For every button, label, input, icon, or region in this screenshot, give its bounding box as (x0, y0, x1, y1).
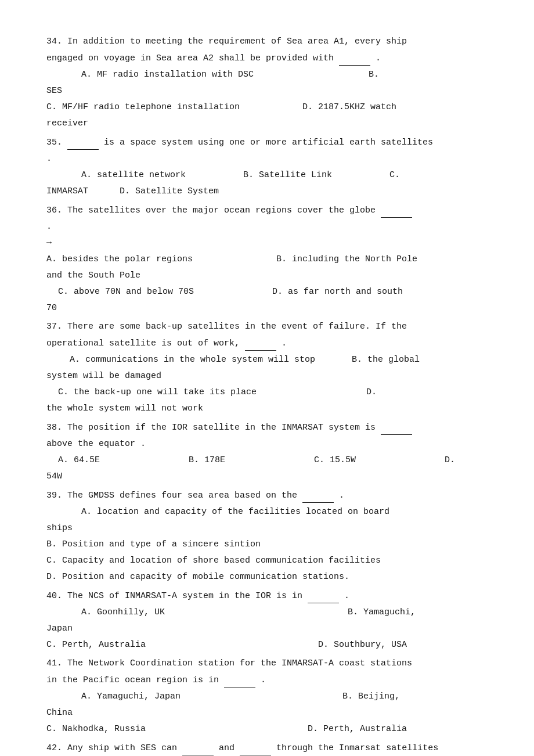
q36-opt-d: 70 (46, 301, 488, 315)
q37-opt-b: system will be damaged (46, 369, 488, 383)
q37-opt-d: the whole system will not work (46, 402, 488, 416)
q39-opt-c: C. Capacity and location of shore based … (46, 554, 488, 568)
q35-opts: A. satellite network B. Satellite Link C… (46, 168, 488, 182)
q39-opt-d: D. Position and capacity of mobile commu… (46, 570, 488, 584)
q34-opt-a: A. MF radio installation with DSC B. (46, 68, 488, 82)
q34-text: 34. In addition to meeting the requireme… (46, 35, 488, 49)
q37-opt-a: A. communications in the whole system wi… (46, 353, 488, 367)
q37-text2: operational satellite is out of work, . (46, 336, 488, 351)
q40-text: 40. The NCS of INMARSAT-A system in the … (46, 589, 488, 603)
q40-opt-a: A. Goonhilly, UK B. Yamaguchi, (46, 606, 488, 620)
question-36: 36. The satellites over the major ocean … (46, 203, 488, 315)
q39-opt-a2: ships (46, 521, 488, 535)
q38-opts: A. 64.5E B. 178E C. 15.5W D. (46, 453, 488, 467)
q38-text: 38. The position if the IOR satellite in… (46, 420, 488, 435)
q37-opt-c: C. the back-up one will take its place D… (46, 386, 488, 399)
q38-text2: above the equator . (46, 437, 488, 451)
q35-text2: . (46, 152, 488, 166)
q34-opt-b: SES (46, 84, 488, 98)
q41-blank (224, 673, 255, 687)
question-40: 40. The NCS of INMARSAT-A system in the … (46, 589, 488, 652)
q40-opt-c: C. Perth, Australia D. Southbury, USA (46, 638, 488, 652)
question-34: 34. In addition to meeting the requireme… (46, 35, 488, 131)
question-37: 37. There are some back-up satellites in… (46, 320, 488, 416)
q36-text2: . (46, 220, 488, 234)
q41-text2: in the Pacific ocean region is in . (46, 673, 488, 687)
q36-text: 36. The satellites over the major ocean … (46, 203, 488, 218)
q34-opt-d: receiver (46, 117, 488, 131)
q41-opt-c: C. Nakhodka, Russia D. Perth, Australia (46, 722, 488, 736)
q39-text: 39. The GMDSS defines four sea area base… (46, 488, 488, 503)
q40-opt-b: Japan (46, 622, 488, 636)
q38-blank (381, 420, 412, 435)
q37-text: 37. There are some back-up satellites in… (46, 320, 488, 334)
q39-opt-a: A. location and capacity of the faciliti… (46, 505, 488, 519)
q40-blank (308, 589, 339, 603)
q36-opt-a: A. besides the polar regions B. includin… (46, 253, 488, 267)
question-41: 41. The Network Coordination station for… (46, 657, 488, 736)
q34-text2: engaged on voyage in Sea area A2 shall b… (46, 51, 488, 66)
q42-blank1 (182, 741, 214, 755)
q34-opt-c: C. MF/HF radio telephone installation D.… (46, 100, 488, 114)
q41-opt-a: A. Yamaguchi, Japan B. Beijing, (46, 690, 488, 704)
q36-arrow: → (46, 236, 488, 250)
question-38: 38. The position if the IOR satellite in… (46, 420, 488, 484)
question-35: 35. is a space system using one or more … (46, 135, 488, 199)
q35-text: 35. is a space system using one or more … (46, 135, 488, 150)
q41-opt-b: China (46, 706, 488, 720)
q35-opts2: INMARSAT D. Satellite System (46, 185, 488, 199)
q36-opt-b: and the South Pole (46, 269, 488, 283)
q34-blank (339, 51, 370, 66)
q39-opt-b: B. Position and type of a sincere sintio… (46, 538, 488, 552)
q37-blank (245, 336, 276, 351)
q42-blank2 (240, 741, 271, 755)
q42-text: 42. Any ship with SES can and through th… (46, 741, 488, 755)
page-content: 34. In addition to meeting the requireme… (46, 35, 488, 756)
question-42: 42. Any ship with SES can and through th… (46, 741, 488, 756)
q41-text: 41. The Network Coordination station for… (46, 657, 488, 671)
question-39: 39. The GMDSS defines four sea area base… (46, 488, 488, 584)
q39-blank (302, 488, 334, 503)
q38-opt-d: 54W (46, 470, 488, 484)
q36-opt-c: C. above 70N and below 70S D. as far nor… (46, 285, 488, 299)
q35-blank (67, 135, 99, 150)
q36-blank (381, 203, 412, 218)
